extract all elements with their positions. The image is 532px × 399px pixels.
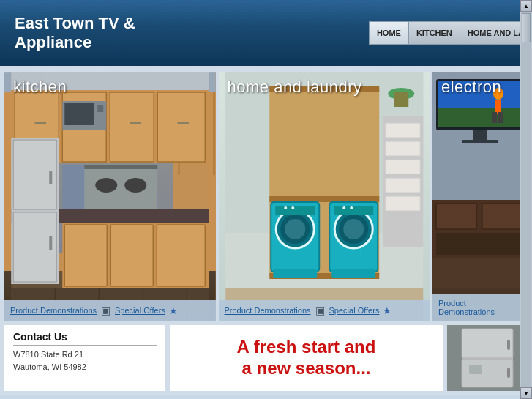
kitchen-image [4,72,216,321]
nav-home[interactable]: HOME [369,21,408,45]
electronics-links: Product Demonstrations [432,294,528,321]
svg-rect-86 [436,233,524,255]
contact-heading: Contact Us [13,331,157,346]
laundry-demos-link[interactable]: Product Demonstrations [225,306,311,315]
contact-address-line1: W7810 State Rd 21 [13,348,157,361]
svg-rect-6 [157,92,205,162]
svg-rect-95 [469,365,482,374]
promo-text: A fresh start and a new season... [237,337,376,379]
title-line2: Appliance [15,33,91,51]
svg-rect-91 [462,329,513,358]
svg-rect-43 [269,196,379,202]
kitchen-offers-link[interactable]: Special Offers [115,306,165,315]
svg-rect-65 [385,178,420,193]
kitchen-demos-link[interactable]: Product Demonstrations [10,306,97,315]
svg-point-22 [95,178,117,193]
site-title: East Town TV & Appliance [15,14,135,53]
promo-line1: A fresh start and [237,337,376,357]
kitchen-label: kitchen [13,78,67,97]
laundry-star-icon: ★ [383,305,391,316]
scroll-down-button[interactable]: ▼ [520,387,532,399]
scroll-up-icon: ▲ [523,3,529,10]
kitchen-links: Product Demonstrations ▣ Special Offers … [4,300,216,321]
contact-box: Contact Us W7810 State Rd 21 Wautoma, WI… [4,325,165,391]
svg-rect-30 [64,225,107,286]
svg-point-48 [285,219,305,239]
bottom-row: Contact Us W7810 State Rd 21 Wautoma, WI… [4,325,528,391]
svg-point-51 [291,206,294,209]
svg-rect-81 [473,130,487,141]
scrollbar: ▲ ▼ [520,0,532,399]
contact-address-line2: Wautoma, WI 54982 [13,361,157,373]
svg-rect-31 [110,225,153,286]
svg-rect-60 [331,269,375,278]
laundry-sep-icon: ▣ [315,305,325,316]
scroll-thumb[interactable] [522,13,531,42]
svg-rect-62 [385,123,420,138]
laundry-image [219,72,430,321]
svg-rect-80 [498,112,503,123]
title-line1: East Town TV & [15,14,135,32]
svg-rect-63 [385,141,420,156]
scroll-track [521,12,531,387]
svg-rect-17 [97,105,103,112]
laundry-panel: home and laundry Product Demonstrations … [219,72,430,321]
svg-rect-85 [482,204,522,229]
svg-rect-14 [177,122,189,124]
electronics-image [432,72,528,321]
svg-rect-79 [492,112,497,123]
svg-rect-66 [385,196,420,211]
promo-line2: a new season... [241,358,370,378]
main-content: kitchen Product Demonstrations ▣ Special… [0,66,532,395]
svg-rect-59 [273,269,317,278]
laundry-offers-link[interactable]: Special Offers [329,306,380,315]
svg-rect-5 [110,92,154,162]
svg-rect-27 [49,171,52,184]
svg-point-23 [124,178,146,193]
kitchen-star-icon: ★ [169,305,178,316]
promo-image [447,325,528,391]
svg-point-55 [343,219,364,239]
svg-rect-13 [130,122,141,124]
svg-point-57 [342,206,345,209]
svg-rect-93 [507,340,510,350]
svg-rect-21 [84,165,157,169]
svg-rect-64 [385,160,420,174]
svg-rect-68 [394,92,408,107]
svg-rect-56 [334,206,373,215]
laundry-label: home and laundry [228,78,362,97]
svg-rect-94 [507,368,510,378]
svg-rect-28 [49,236,52,250]
svg-rect-84 [436,204,476,229]
nav-kitchen[interactable]: KITCHEN [408,21,460,45]
svg-rect-49 [275,206,315,215]
svg-point-50 [284,206,287,209]
scroll-up-button[interactable]: ▲ [520,0,532,12]
kitchen-panel: kitchen Product Demonstrations ▣ Special… [4,72,216,321]
electronics-panel: electron Product Demonstrations [432,72,528,321]
scroll-down-icon: ▼ [523,390,529,397]
category-panels: kitchen Product Demonstrations ▣ Special… [4,72,528,321]
svg-point-58 [350,206,353,209]
svg-rect-20 [84,165,157,209]
svg-rect-32 [157,225,205,286]
svg-rect-11 [34,122,46,124]
kitchen-sep-icon: ▣ [101,305,110,316]
electronics-demos-link[interactable]: Product Demonstrations [438,299,522,316]
svg-rect-16 [64,103,94,125]
svg-rect-82 [462,140,498,143]
laundry-links: Product Demonstrations ▣ Special Offers … [219,300,430,321]
nav-bar: HOME KITCHEN HOME AND LA [369,0,532,66]
svg-rect-76 [438,108,522,127]
promo-box: A fresh start and a new season... [170,325,443,391]
electronics-label: electron [441,78,501,97]
header: East Town TV & Appliance HOME KITCHEN HO… [0,0,532,66]
